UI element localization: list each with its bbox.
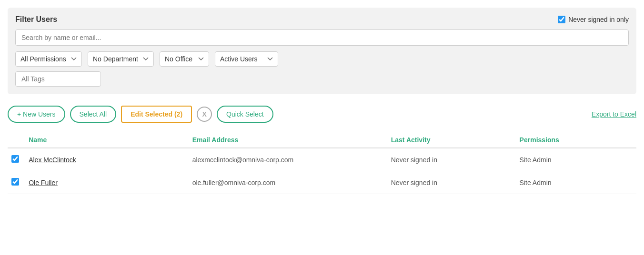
row-permissions-cell: Site Admin [520,171,636,194]
users-table: Name Email Address Last Activity Permiss… [8,132,636,194]
col-email-header: Email Address [192,132,391,148]
filter-panel: Filter Users Never signed in only All Pe… [8,8,636,94]
row-activity-cell: Never signed in [391,148,520,171]
never-signed-label[interactable]: Never signed in only [558,16,629,23]
filter-row: All Permissions Admin Site Admin Member … [15,51,629,67]
row-checkbox-cell [8,148,29,171]
select-all-button[interactable]: Select All [70,106,117,123]
row-email-cell: ole.fuller@omniva-corp.com [192,171,391,194]
tags-row [15,71,629,87]
never-signed-text: Never signed in only [568,16,629,23]
row-activity-cell: Never signed in [391,171,520,194]
row-checkbox[interactable] [11,155,19,163]
row-name-cell: Ole Fuller [29,171,192,194]
never-signed-checkbox[interactable] [558,16,565,23]
status-select[interactable]: Active Users Inactive Users All Users [215,51,278,67]
filter-title: Filter Users [15,15,57,24]
new-users-button[interactable]: + New Users [8,106,65,123]
row-checkbox-cell [8,171,29,194]
col-activity-header: Last Activity [391,132,520,148]
tags-input[interactable] [15,71,101,87]
row-name-cell: Alex McClintock [29,148,192,171]
table-row: Alex McClintock alexmcclintock@omniva-co… [8,148,636,171]
filter-header: Filter Users Never signed in only [15,15,629,24]
export-to-excel-button[interactable]: Export to Excel [592,110,636,118]
search-input[interactable] [15,29,629,46]
row-permissions-cell: Site Admin [520,148,636,171]
user-name-link[interactable]: Ole Fuller [29,179,58,186]
col-permissions-header: Permissions [520,132,636,148]
clear-selection-button[interactable]: X [197,107,212,122]
col-checkbox-header [8,132,29,148]
user-name-link[interactable]: Alex McClintock [29,156,76,164]
row-email-cell: alexmcclintock@omniva-corp.com [192,148,391,171]
action-bar: + New Users Select All Edit Selected (2)… [8,104,636,125]
table-header-row: Name Email Address Last Activity Permiss… [8,132,636,148]
table-row: Ole Fuller ole.fuller@omniva-corp.com Ne… [8,171,636,194]
office-select[interactable]: No Office New York London Remote [160,51,209,67]
action-bar-left: + New Users Select All Edit Selected (2)… [8,106,273,123]
edit-selected-button[interactable]: Edit Selected (2) [121,106,192,123]
quick-select-button[interactable]: Quick Select [217,106,273,123]
row-checkbox[interactable] [11,178,19,186]
col-name-header: Name [29,132,192,148]
department-select[interactable]: No Department HR Engineering Marketing [88,51,154,67]
permissions-select[interactable]: All Permissions Admin Site Admin Member [15,51,82,67]
